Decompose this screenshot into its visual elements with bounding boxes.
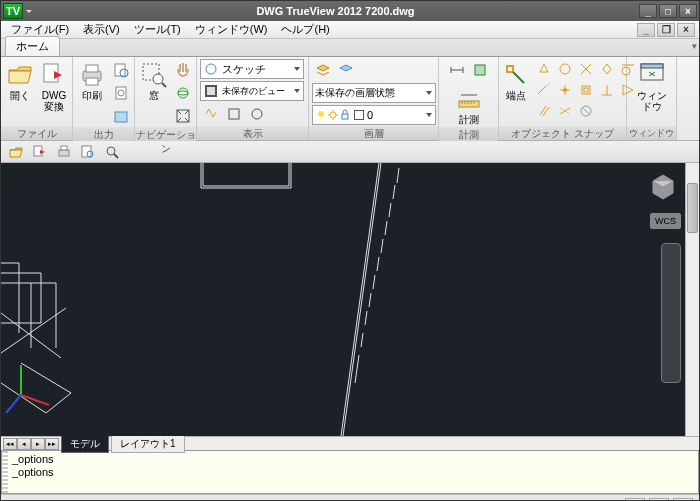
osnap-midpoint[interactable] [534, 59, 554, 79]
ribbon-group-file: 開く DWG 変換 ファイル [1, 57, 73, 140]
navigation-bar[interactable] [661, 243, 681, 383]
layer-combo[interactable]: 0 [312, 105, 436, 125]
distance-button[interactable] [446, 59, 468, 81]
minimize-button[interactable]: _ [639, 4, 657, 18]
svg-point-20 [318, 111, 324, 117]
svg-rect-54 [59, 150, 69, 156]
ribbon-tab-strip: ホーム ▾ [1, 39, 699, 57]
export-button[interactable] [110, 105, 132, 127]
pan-button[interactable] [172, 59, 194, 81]
zoom-window-icon [140, 61, 168, 89]
svg-line-36 [538, 86, 546, 94]
svg-line-11 [162, 83, 166, 87]
tab-nav-last[interactable]: ▸▸ [45, 438, 59, 450]
view-combo[interactable]: 未保存のビュー [200, 81, 304, 101]
orbit-button[interactable] [172, 82, 194, 104]
window-button[interactable]: ウィンドウ [630, 59, 673, 114]
svg-line-61 [343, 163, 381, 436]
osnap-insert[interactable] [576, 80, 596, 100]
print-button[interactable]: 印刷 [76, 59, 108, 103]
plot-preview-button[interactable] [110, 59, 132, 81]
status-model-button[interactable] [625, 498, 645, 502]
sheet-tab-layout1[interactable]: レイアウト1 [111, 435, 185, 453]
svg-line-59 [114, 154, 118, 158]
endpoint-button[interactable]: 端点 [502, 59, 530, 103]
window-split-icon [638, 61, 666, 89]
osnap-none[interactable] [576, 101, 596, 121]
ribbon-group-layer: 未保存の画層状態 0 画層 [309, 57, 439, 140]
close-button[interactable]: × [679, 4, 697, 18]
osnap-perpendicular[interactable] [597, 80, 617, 100]
menu-help[interactable]: ヘルプ(H) [275, 21, 335, 38]
svg-line-64 [6, 395, 21, 413]
command-panel[interactable]: _options _options [1, 450, 699, 494]
qat-zoom-button[interactable] [103, 143, 121, 161]
menu-tools[interactable]: ツール(T) [128, 21, 187, 38]
drawing-canvas[interactable]: WCS [1, 163, 685, 436]
measure-button[interactable]: 計測 [447, 83, 491, 127]
display-tool-2[interactable] [223, 103, 245, 125]
maximize-button[interactable]: □ [659, 4, 677, 18]
osnap-node[interactable] [555, 80, 575, 100]
svg-point-19 [252, 109, 262, 119]
visual-style-combo[interactable]: スケッチ [200, 59, 304, 79]
svg-point-21 [330, 112, 336, 118]
svg-rect-17 [207, 87, 215, 95]
ribbon-tab-home[interactable]: ホーム [5, 36, 60, 56]
status-layout-button[interactable] [649, 498, 669, 502]
sheet-tab-bar: ◂◂ ◂ ▸ ▸▸ モデル レイアウト1 [1, 436, 699, 450]
status-tray-button[interactable]: ▾ [673, 498, 693, 502]
svg-line-30 [513, 72, 524, 83]
zoom-extents-button[interactable] [172, 105, 194, 127]
view-cube[interactable] [645, 169, 681, 205]
app-menu-dropdown[interactable] [25, 3, 32, 19]
layer-properties-button[interactable] [312, 59, 334, 81]
layer-color-swatch [354, 110, 364, 120]
menu-window[interactable]: ウィンドウ(W) [189, 21, 274, 38]
qat-preview-button[interactable] [79, 143, 97, 161]
wcs-badge[interactable]: WCS [650, 213, 681, 229]
vertical-scrollbar[interactable] [685, 163, 699, 436]
osnap-parallel[interactable] [534, 101, 554, 121]
svg-line-50 [582, 107, 590, 115]
ribbon-group-label: 画層 [309, 126, 438, 140]
svg-point-58 [107, 147, 115, 155]
svg-rect-22 [342, 114, 348, 119]
printer-icon [78, 61, 106, 89]
page-setup-button[interactable] [110, 82, 132, 104]
ribbon-collapse-button[interactable]: ▾ [692, 41, 697, 51]
display-tool-3[interactable] [246, 103, 268, 125]
svg-point-15 [206, 64, 216, 74]
osnap-extension[interactable] [534, 80, 554, 100]
tab-nav-prev[interactable]: ◂ [17, 438, 31, 450]
display-tool-1[interactable] [200, 103, 222, 125]
ribbon: 開く DWG 変換 ファイル 印刷 出力 [1, 57, 699, 141]
qat-convert-button[interactable] [31, 143, 49, 161]
svg-rect-18 [229, 109, 239, 119]
zoom-window-button[interactable]: 窓 [138, 59, 170, 103]
ribbon-group-label: 計測 [439, 127, 498, 141]
sheet-tab-model[interactable]: モデル [61, 435, 109, 453]
qat-print-button[interactable] [55, 143, 73, 161]
drawing-area-wrap: WCS [1, 163, 699, 436]
osnap-intersection[interactable] [576, 59, 596, 79]
open-button[interactable]: 開く [4, 59, 36, 103]
tab-nav-next[interactable]: ▸ [31, 438, 45, 450]
app-logo[interactable]: TV [3, 3, 23, 19]
scrollbar-thumb[interactable] [687, 183, 698, 233]
qat-open-button[interactable] [7, 143, 25, 161]
osnap-quadrant[interactable] [597, 59, 617, 79]
mdi-close-button[interactable]: × [677, 23, 695, 37]
mdi-minimize-button[interactable]: _ [637, 23, 655, 37]
area-button[interactable] [469, 59, 491, 81]
menu-view[interactable]: 表示(V) [77, 21, 126, 38]
layer-state-combo[interactable]: 未保存の画層状態 [312, 83, 436, 103]
osnap-apparent[interactable] [555, 101, 575, 121]
layer-states-button[interactable] [335, 59, 357, 81]
svg-rect-3 [86, 78, 98, 85]
dwg-convert-button[interactable]: DWG 変換 [38, 59, 70, 114]
mdi-restore-button[interactable]: ❐ [657, 23, 675, 37]
ribbon-group-label: オブジェクト スナップ [499, 126, 626, 140]
osnap-center[interactable] [555, 59, 575, 79]
tab-nav-first[interactable]: ◂◂ [3, 438, 17, 450]
